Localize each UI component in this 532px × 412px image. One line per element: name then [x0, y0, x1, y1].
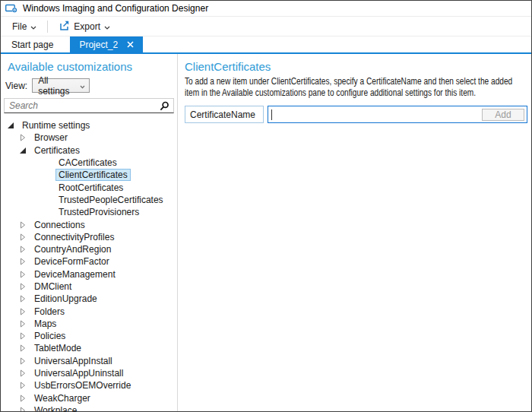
tree-item[interactable]: CountryAndRegion [1, 243, 177, 255]
tree-item[interactable]: TrustedProvisioners [1, 206, 177, 218]
search-box [4, 98, 174, 113]
tree-item-label: TabletMode [31, 342, 84, 354]
tree-expander-icon[interactable] [19, 407, 28, 411]
menu-bar: File Export [1, 17, 531, 36]
tab-label: Project_2 [79, 40, 118, 50]
view-label: View: [5, 81, 27, 91]
tree-item[interactable]: Policies [1, 330, 177, 342]
view-dropdown[interactable]: All settings [32, 78, 90, 93]
add-item-row: CertificateName Add [185, 106, 527, 123]
title-bar: Windows Imaging and Configuration Design… [1, 1, 531, 17]
tree-item[interactable]: Runtime settings [1, 119, 177, 132]
tree-expander-icon[interactable] [19, 295, 28, 303]
tree-item-label: Maps [31, 318, 59, 330]
tree-item-label: UniversalAppUninstall [31, 367, 126, 379]
certificate-name-input[interactable] [272, 106, 482, 122]
tree-expander-icon[interactable] [7, 122, 16, 129]
detail-description-line: item in the Available customizations pan… [185, 87, 474, 99]
tree-item-label: EditionUpgrade [31, 293, 100, 305]
customizations-tree: Runtime settings Browser Certificates CA… [1, 119, 177, 411]
file-menu-label: File [12, 21, 27, 32]
file-menu[interactable]: File [8, 18, 41, 34]
tree-item-label: Certificates [31, 144, 83, 157]
tree-expander-icon[interactable] [19, 308, 28, 315]
tree-item-label: DMClient [31, 280, 74, 293]
tree-item[interactable]: Connections [1, 218, 177, 230]
tree-leaf-spacer [43, 208, 52, 216]
tree-item[interactable]: DMClient [1, 280, 177, 293]
tree-item[interactable]: ConnectivityProfiles [1, 231, 177, 243]
tree-item[interactable]: DeviceManagement [1, 268, 177, 280]
detail-title: ClientCertificates [185, 60, 527, 73]
view-dropdown-value: All settings [38, 75, 80, 97]
tab-bar: Start page Project_2 [1, 36, 531, 52]
tree-item-label: ClientCertificates [55, 169, 131, 181]
tree-item-label: Connections [31, 219, 88, 231]
tree-item[interactable]: Maps [1, 318, 177, 330]
tree-item-label: DeviceManagement [31, 268, 119, 280]
tree-item[interactable]: Browser [1, 132, 177, 144]
tree-expander-icon[interactable] [19, 369, 28, 377]
tree-item[interactable]: EditionUpgrade [1, 293, 177, 305]
tree-leaf-spacer [43, 196, 52, 204]
detail-description: To add a new item under ClientCertificat… [185, 76, 527, 99]
tree-expander-icon[interactable] [19, 134, 28, 141]
tree-item-label: CACertificates [55, 157, 120, 169]
tab-project-2[interactable]: Project_2 [70, 36, 143, 52]
tree-item[interactable]: TrustedPeopleCertificates [1, 194, 177, 206]
tree-expander-icon[interactable] [19, 147, 28, 154]
tree-item[interactable]: Workplace [1, 404, 177, 411]
tree-expander-icon[interactable] [19, 344, 28, 352]
tree-leaf-spacer [43, 171, 52, 179]
tree-item[interactable]: ClientCertificates [1, 169, 177, 181]
settings-detail-pane: ClientCertificates To add a new item und… [178, 54, 531, 411]
tree-item[interactable]: DeviceFormFactor [1, 255, 177, 268]
search-icon[interactable] [160, 101, 169, 113]
close-icon[interactable] [127, 40, 134, 50]
tab-start-page[interactable]: Start page [1, 36, 64, 52]
search-input[interactable] [5, 99, 173, 113]
tree-item[interactable]: Folders [1, 305, 177, 317]
tree-item[interactable]: TabletMode [1, 342, 177, 354]
tree-item[interactable]: UniversalAppUninstall [1, 367, 177, 379]
left-pane-title: Available customizations [8, 60, 177, 73]
detail-description-line: To add a new item under ClientCertificat… [185, 76, 474, 87]
tree-expander-icon[interactable] [19, 357, 28, 365]
tree-expander-icon[interactable] [19, 271, 28, 278]
tree-item-label: Workplace [31, 404, 80, 411]
tree-item-label: RootCertificates [55, 182, 126, 194]
tree-item-label: Runtime settings [19, 119, 93, 132]
tree-expander-icon[interactable] [19, 246, 28, 253]
tree-item-label: CountryAndRegion [31, 243, 114, 255]
app-icon [5, 4, 18, 14]
window-title: Windows Imaging and Configuration Design… [23, 3, 208, 14]
export-menu-label: Export [74, 21, 100, 32]
tree-item[interactable]: RootCertificates [1, 181, 177, 193]
tab-label: Start page [11, 40, 53, 50]
tree-expander-icon[interactable] [19, 320, 28, 328]
export-menu[interactable]: Export [54, 17, 115, 36]
tree-expander-icon[interactable] [19, 395, 28, 402]
tree-item-label: DeviceFormFactor [31, 255, 112, 268]
tree-item[interactable]: Certificates [1, 144, 177, 157]
tree-leaf-spacer [43, 159, 52, 166]
export-icon [59, 20, 70, 33]
tree-item-label: UniversalAppInstall [31, 355, 116, 367]
add-button[interactable]: Add [482, 109, 524, 121]
tree-item-label: UsbErrorsOEMOverride [31, 379, 134, 391]
tree-item-label: WeakCharger [31, 392, 93, 404]
tree-item[interactable]: UsbErrorsOEMOverride [1, 379, 177, 391]
tree-expander-icon[interactable] [19, 221, 28, 229]
tree-item[interactable]: UniversalAppInstall [1, 355, 177, 367]
tree-expander-icon[interactable] [19, 382, 28, 389]
tree-leaf-spacer [43, 184, 52, 192]
tree-item-label: ConnectivityProfiles [31, 231, 117, 243]
tree-expander-icon[interactable] [19, 332, 28, 340]
tree-item[interactable]: WeakCharger [1, 392, 177, 404]
tree-expander-icon[interactable] [19, 233, 28, 241]
tree-item-label: Folders [31, 306, 68, 318]
menu-separator [47, 21, 48, 33]
tree-item[interactable]: CACertificates [1, 157, 177, 169]
tree-expander-icon[interactable] [19, 258, 28, 265]
tree-expander-icon[interactable] [19, 283, 28, 290]
